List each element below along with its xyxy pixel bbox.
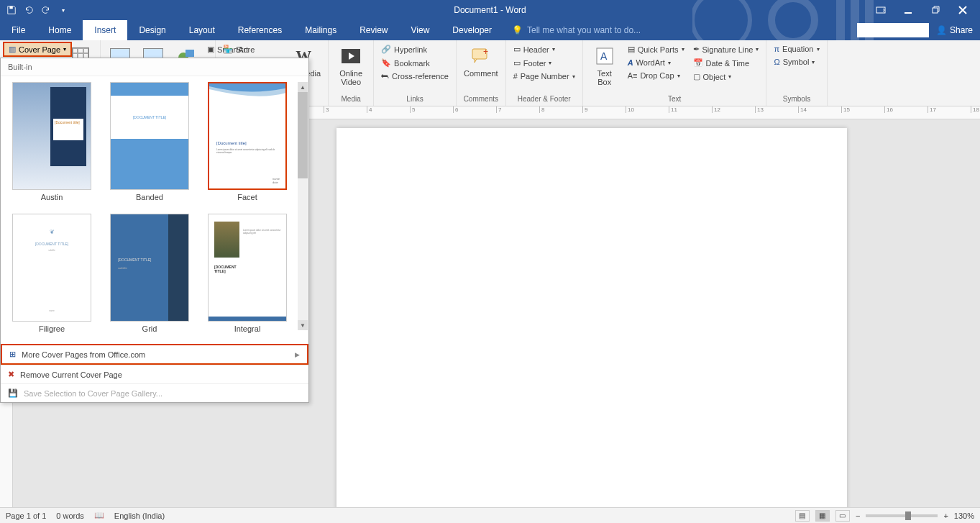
page-number-icon: #	[513, 72, 518, 81]
svg-rect-6	[876, 7, 885, 13]
comment-button[interactable]: +Comment	[461, 43, 501, 79]
text-box-button[interactable]: AText Box	[587, 43, 622, 88]
language-status[interactable]: English (India)	[114, 511, 165, 520]
object-label: Object	[703, 73, 726, 81]
ribbon-group-header-footer: ▭Header ▾ ▭Footer ▾ #Page Number ▾ Heade…	[506, 40, 583, 106]
wordart-button[interactable]: AWordArt ▾	[625, 57, 687, 68]
status-bar: Page 1 of 1 0 words 📖 English (India) ▤ …	[0, 507, 980, 523]
scroll-up-icon[interactable]: ▲	[298, 82, 308, 92]
cross-reference-button[interactable]: ⮪Cross-reference	[378, 71, 452, 82]
scroll-down-icon[interactable]: ▼	[298, 320, 308, 330]
drop-cap-button[interactable]: A≡Drop Cap ▾	[625, 70, 687, 81]
zoom-out-button[interactable]: −	[856, 511, 860, 520]
header-label: Header	[523, 45, 549, 54]
date-time-label: Date & Time	[706, 59, 750, 68]
cover-thumb-austin[interactable]: [Document title] Austin	[6, 82, 97, 206]
cover-thumb-banded[interactable]: [DOCUMENT TITLE] Banded	[104, 82, 195, 206]
ribbon-group-media: Online Video Media	[329, 40, 374, 106]
tab-references[interactable]: References	[226, 20, 293, 40]
remove-cover-page-item[interactable]: ✖ Remove Current Cover Page	[1, 365, 308, 383]
tell-me-search[interactable]: 💡 Tell me what you want to do...	[503, 20, 649, 40]
scroll-track[interactable]	[298, 92, 308, 320]
cover-gallery-scrollbar[interactable]: ▲ ▼	[298, 82, 308, 330]
cover-gallery-list: [Document title] Austin [DOCUMENT TITLE]…	[1, 76, 308, 344]
minimize-icon[interactable]	[899, 3, 917, 17]
ribbon-group-links: 🔗Hyperlink 🔖Bookmark ⮪Cross-reference Li…	[374, 40, 457, 106]
bookmark-icon: 🔖	[381, 58, 391, 68]
text-box-icon: A	[595, 47, 614, 65]
date-time-button[interactable]: 📅Date & Time	[690, 57, 762, 69]
cover-thumb-label: Grid	[142, 324, 157, 333]
redo-icon[interactable]	[40, 4, 52, 16]
tab-file[interactable]: File	[0, 20, 37, 40]
object-button[interactable]: ▢Object ▾	[690, 71, 762, 83]
print-layout-button[interactable]: ▦	[815, 510, 830, 522]
footer-icon: ▭	[513, 58, 521, 68]
tab-review[interactable]: Review	[348, 20, 399, 40]
zoom-slider[interactable]	[866, 514, 938, 517]
tab-developer[interactable]: Developer	[441, 20, 503, 40]
read-mode-button[interactable]: ▤	[795, 510, 810, 522]
tab-mailings[interactable]: Mailings	[293, 20, 348, 40]
share-button[interactable]: 👤 Share	[936, 25, 973, 35]
tab-view[interactable]: View	[400, 20, 441, 40]
more-cover-pages-item[interactable]: ⊞ More Cover Pages from Office.com ▶	[1, 344, 308, 365]
qat-customize-icon[interactable]: ▾	[58, 4, 69, 16]
zoom-level[interactable]: 130%	[954, 511, 974, 520]
online-video-label: Online Video	[336, 69, 366, 86]
quick-parts-button[interactable]: ▤Quick Parts ▾	[625, 43, 687, 55]
cover-thumb-grid[interactable]: [DOCUMENT TITLE] subtitle Grid	[104, 214, 195, 338]
symbol-icon: Ω	[774, 58, 779, 66]
ruler-tick: 13	[755, 106, 798, 113]
save-icon[interactable]	[6, 4, 17, 16]
zoom-in-button[interactable]: +	[943, 511, 948, 520]
quick-parts-icon: ▤	[628, 45, 635, 54]
cover-thumb-filigree[interactable]: ❦ [DOCUMENT TITLE] subtitle name Filigre…	[6, 214, 97, 338]
svg-text:+: +	[483, 47, 488, 57]
tab-design[interactable]: Design	[127, 20, 177, 40]
tab-home[interactable]: Home	[37, 20, 83, 40]
cover-page-button[interactable]: ▥ Cover Page ▾	[3, 42, 72, 57]
online-video-button[interactable]: Online Video	[333, 43, 369, 88]
cover-thumb-facet[interactable]: [Document title] Lorem ipsum dolor sit a…	[202, 82, 293, 206]
ruler-tick: 12	[712, 106, 755, 113]
hyperlink-button[interactable]: 🔗Hyperlink	[378, 43, 452, 55]
close-icon[interactable]	[954, 3, 971, 17]
header-button[interactable]: ▭Header ▾	[510, 43, 578, 55]
cover-thumb-label: Filigree	[39, 324, 65, 333]
object-icon: ▢	[693, 72, 700, 81]
zoom-slider-handle[interactable]	[905, 511, 911, 520]
undo-icon[interactable]	[23, 4, 35, 16]
scroll-thumb[interactable]	[298, 92, 308, 178]
lightbulb-icon: 💡	[512, 25, 523, 35]
word-count[interactable]: 0 words	[56, 511, 84, 520]
drop-cap-icon: A≡	[628, 71, 638, 80]
equation-label: Equation	[782, 45, 813, 53]
hyperlink-icon: 🔗	[381, 45, 391, 54]
ribbon-options-icon[interactable]	[872, 3, 889, 17]
tab-insert[interactable]: Insert	[83, 20, 127, 40]
page-status[interactable]: Page 1 of 1	[6, 511, 46, 520]
store-button[interactable]: 🏪Store	[220, 43, 280, 55]
quick-access-toolbar: ▾	[0, 4, 75, 16]
tab-layout[interactable]: Layout	[178, 20, 226, 40]
symbol-label: Symbol	[783, 58, 810, 66]
save-to-gallery-item: 💾 Save Selection to Cover Page Gallery..…	[1, 383, 308, 402]
bookmark-button[interactable]: 🔖Bookmark	[378, 57, 452, 69]
page-number-button[interactable]: #Page Number ▾	[510, 71, 578, 82]
cover-thumb-integral[interactable]: Lorem ipsum dolor sit amet consectetur a…	[202, 214, 293, 338]
footer-button[interactable]: ▭Footer ▾	[510, 57, 578, 69]
group-label-text: Text	[587, 95, 762, 104]
equation-button[interactable]: πEquation ▾	[771, 43, 822, 55]
spell-check-icon[interactable]: 📖	[94, 511, 104, 520]
search-input[interactable]	[857, 23, 929, 37]
document-page[interactable]	[336, 128, 847, 507]
signature-label: Signature Line	[702, 45, 754, 54]
group-label-symbols: Symbols	[771, 95, 822, 104]
cover-gallery-section-header: Built-in	[1, 58, 308, 76]
signature-line-button[interactable]: ✒Signature Line ▾	[690, 43, 762, 55]
web-layout-button[interactable]: ▭	[835, 510, 850, 522]
svg-rect-5	[9, 6, 12, 9]
symbol-button[interactable]: ΩSymbol ▾	[771, 56, 822, 68]
restore-icon[interactable]	[927, 3, 944, 17]
